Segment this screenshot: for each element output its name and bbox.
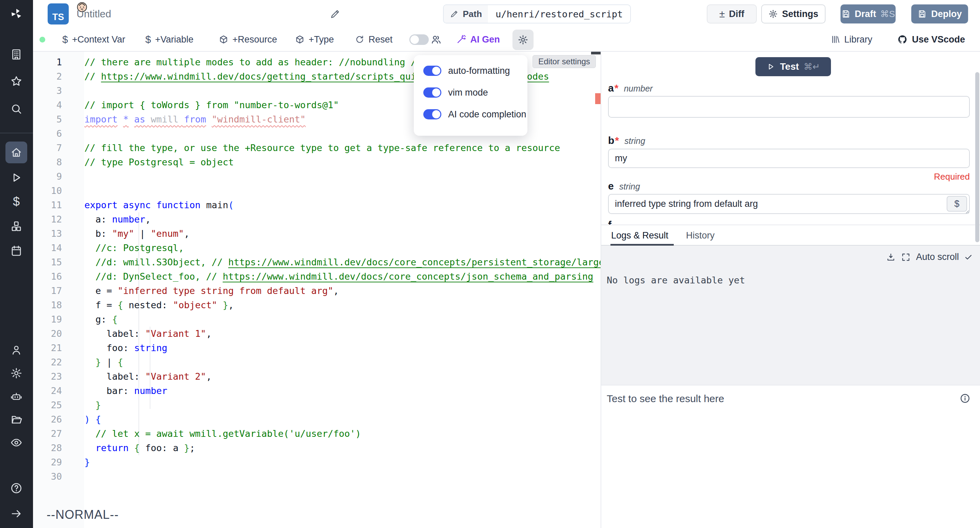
multiplayer-users-icon[interactable] bbox=[430, 28, 442, 51]
pencil-icon bbox=[450, 10, 459, 18]
line-number: 10 bbox=[33, 184, 84, 198]
resources-cubes-icon[interactable] bbox=[5, 215, 27, 237]
variable-picker-button[interactable]: $ bbox=[947, 196, 967, 212]
sidebar: $ bbox=[0, 0, 33, 528]
library-button[interactable]: Library bbox=[830, 28, 872, 51]
add-resource-button[interactable]: +Resource bbox=[219, 28, 277, 51]
top-bar: TS Untitled Path u/henri/restored_script… bbox=[33, 0, 980, 28]
save-icon bbox=[841, 9, 851, 19]
star-icon[interactable] bbox=[5, 70, 27, 92]
log-toolbar: Auto scroll bbox=[886, 252, 972, 262]
autoscroll-label[interactable]: Auto scroll bbox=[916, 252, 959, 262]
arguments-form: Test ⌘↵ a* number Required b* string e s… bbox=[601, 52, 980, 224]
use-vscode-button[interactable]: Use VScode bbox=[897, 28, 965, 51]
test-shortcut: ⌘↵ bbox=[804, 62, 820, 72]
line-number: 13 bbox=[33, 227, 84, 241]
page-title: Untitled bbox=[76, 0, 111, 28]
code-line: bar: number bbox=[84, 384, 601, 398]
folders-icon[interactable] bbox=[5, 409, 27, 430]
code-line: export async function main( bbox=[84, 198, 601, 212]
toggle-switch[interactable] bbox=[423, 87, 441, 98]
package-icon bbox=[295, 35, 305, 44]
path-value[interactable]: u/henri/restored_script bbox=[488, 5, 630, 23]
windmill-logo-icon[interactable] bbox=[5, 3, 27, 24]
status-dot bbox=[40, 37, 45, 43]
line-number: 7 bbox=[33, 141, 84, 155]
draft-button[interactable]: Draft ⌘S bbox=[840, 5, 896, 24]
field-b-label: b* string bbox=[608, 135, 645, 146]
logs-tabs: Logs & Result History bbox=[601, 224, 980, 246]
code-line: //d: wmill.S3Object, // https://www.wind… bbox=[84, 255, 601, 269]
field-a-input[interactable] bbox=[608, 96, 970, 118]
tab-history[interactable]: History bbox=[686, 225, 714, 246]
code-line: // type Postgresql = object bbox=[84, 155, 601, 169]
result-placeholder: Test to see the result here bbox=[607, 393, 724, 404]
settings-button[interactable]: Settings bbox=[761, 5, 826, 24]
field-e-type: string bbox=[619, 182, 640, 192]
gear-icon bbox=[517, 34, 528, 45]
editor-settings-tooltip: Editor settings bbox=[533, 55, 596, 68]
ai-gen-button[interactable]: AI Gen bbox=[456, 28, 500, 51]
reset-button[interactable]: Reset bbox=[355, 28, 393, 51]
line-number: 27 bbox=[33, 426, 84, 441]
line-number: 23 bbox=[33, 369, 84, 384]
users-person-icon[interactable] bbox=[5, 339, 27, 361]
toggle-label: AI code completion bbox=[448, 109, 527, 120]
variables-dollar-icon[interactable]: $ bbox=[5, 191, 27, 213]
code-line: // fill the type, or use the +Resource t… bbox=[84, 141, 601, 155]
schedules-calendar-icon[interactable] bbox=[5, 240, 27, 262]
required-message: Required bbox=[934, 172, 970, 182]
settings-gear-icon[interactable] bbox=[5, 362, 27, 384]
field-e-input[interactable] bbox=[608, 194, 970, 214]
search-icon[interactable] bbox=[5, 98, 27, 120]
runs-play-icon[interactable] bbox=[5, 167, 27, 188]
audit-eye-icon[interactable] bbox=[5, 432, 27, 453]
save-icon bbox=[917, 9, 927, 19]
code-line: ) { bbox=[84, 412, 601, 426]
diff-button[interactable]: ± Diff bbox=[707, 5, 757, 24]
help-icon[interactable] bbox=[5, 477, 27, 499]
workers-robot-icon[interactable] bbox=[5, 385, 27, 407]
tab-logs-result[interactable]: Logs & Result bbox=[611, 225, 668, 246]
line-number: 11 bbox=[33, 198, 84, 212]
path-editor[interactable]: Path u/henri/restored_script bbox=[443, 5, 631, 24]
editor-scrollbar-thumb[interactable] bbox=[591, 52, 601, 54]
collapse-arrow-icon[interactable] bbox=[5, 503, 27, 525]
add-variable-button[interactable]: $ +Variable bbox=[145, 28, 194, 51]
edit-title-pencil-icon[interactable] bbox=[330, 8, 340, 19]
toggle-switch[interactable] bbox=[423, 109, 441, 119]
vim-mode-status: --NORMAL-- bbox=[47, 507, 119, 522]
field-e-label: e string bbox=[608, 180, 640, 192]
line-number: 19 bbox=[33, 312, 84, 327]
expand-icon[interactable] bbox=[901, 253, 911, 262]
code-line: f = { nested: "object" }, bbox=[84, 298, 601, 312]
editor-settings-button[interactable] bbox=[512, 30, 533, 50]
path-label: Path bbox=[463, 9, 482, 19]
add-context-var-button[interactable]: $ +Context Var bbox=[62, 28, 125, 51]
check-icon[interactable] bbox=[964, 253, 972, 261]
home-icon[interactable] bbox=[5, 142, 27, 163]
typescript-badge-label: TS bbox=[52, 12, 64, 22]
panel-scrollbar[interactable] bbox=[975, 72, 979, 242]
line-number: 1 bbox=[33, 55, 84, 69]
toggle-switch[interactable] bbox=[423, 66, 441, 76]
resize-handle[interactable] bbox=[964, 209, 969, 214]
plus-minus-icon: ± bbox=[719, 8, 725, 20]
test-button[interactable]: Test ⌘↵ bbox=[756, 57, 831, 76]
field-b-input[interactable] bbox=[608, 149, 970, 168]
deploy-button[interactable]: Deploy bbox=[911, 5, 968, 24]
code-line: //c: Postgresql, bbox=[84, 241, 601, 255]
line-number: 30 bbox=[33, 469, 84, 484]
info-icon[interactable] bbox=[959, 393, 970, 404]
code-line: } bbox=[84, 455, 601, 469]
code-line: label: "Variant 2", bbox=[84, 369, 601, 384]
code-line: return { foo: a }; bbox=[84, 441, 601, 455]
building-icon[interactable] bbox=[5, 43, 27, 65]
download-icon[interactable] bbox=[886, 253, 896, 262]
collab-toggle[interactable] bbox=[409, 34, 429, 45]
add-type-button[interactable]: +Type bbox=[295, 28, 334, 51]
code-line bbox=[84, 469, 601, 484]
required-asterisk: * bbox=[614, 82, 619, 94]
line-number: 18 bbox=[33, 298, 84, 312]
line-number: 6 bbox=[33, 127, 84, 141]
